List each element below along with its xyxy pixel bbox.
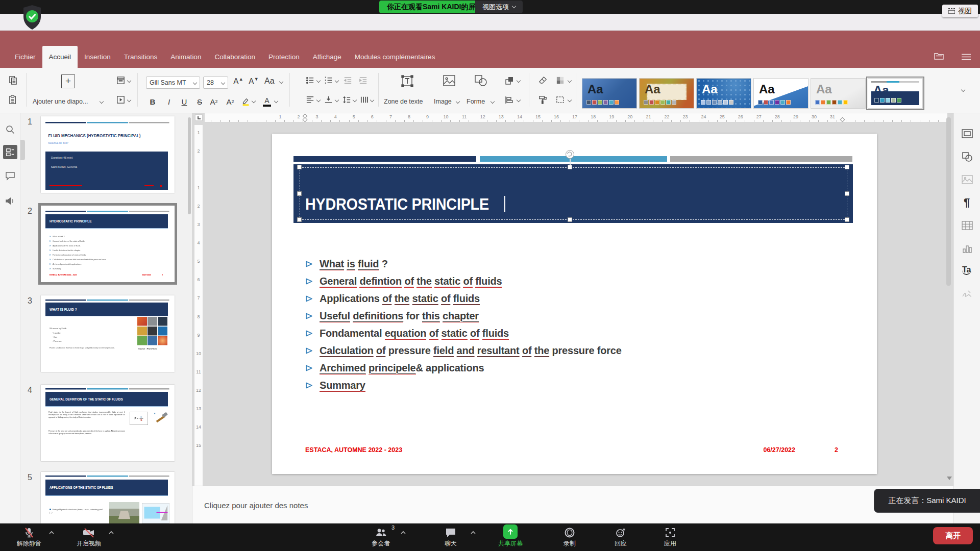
numbering-button[interactable]: [324, 76, 333, 85]
add-slide-button[interactable]: +: [61, 74, 75, 88]
menu-tab-modules-compl-mentaires[interactable]: Modules complémentaires: [348, 46, 442, 68]
menu-tab-animation[interactable]: Animation: [164, 46, 208, 68]
insert-textbox-button[interactable]: [400, 74, 414, 88]
font-size-select[interactable]: 28: [203, 77, 228, 89]
leave-meeting-button[interactable]: 离开: [933, 527, 973, 544]
line-spacing-button[interactable]: [342, 95, 352, 105]
slides-panel-icon[interactable]: [3, 145, 17, 159]
insert-shape-label[interactable]: Forme: [467, 98, 485, 105]
menu-tab-fichier[interactable]: Fichier: [8, 46, 42, 68]
decrease-indent-button[interactable]: [343, 76, 353, 85]
superscript-button[interactable]: A2: [207, 95, 220, 108]
copy-button[interactable]: [8, 76, 18, 85]
resize-handle[interactable]: [297, 217, 302, 222]
resize-handle[interactable]: [845, 165, 849, 169]
slide-thumbnail-1[interactable]: FLUID MECHANICS (HYDROSTATIC PRINCIPAL) …: [41, 116, 175, 193]
resize-handle[interactable]: [568, 217, 572, 222]
copy-style-button[interactable]: [538, 95, 548, 105]
tab-stop-selector[interactable]: [195, 114, 203, 121]
zoom-apps-button[interactable]: 应用: [664, 525, 676, 548]
font-family-select[interactable]: Gill Sans MT: [146, 77, 200, 89]
menu-tab-affichage[interactable]: Affichage: [306, 46, 348, 68]
slide-thumbnail-2[interactable]: HYDROSTATIC PRINCIPLE What is fluid ?Gen…: [41, 206, 175, 282]
resize-handle[interactable]: [297, 165, 302, 169]
notes-placeholder[interactable]: Cliquez pour ajouter des notes: [204, 501, 308, 510]
zoom-participants-button[interactable]: 3参会者: [372, 525, 390, 548]
zoom-record-button[interactable]: 录制: [564, 525, 576, 548]
search-icon[interactable]: [5, 124, 15, 135]
scroll-down-icon[interactable]: [947, 477, 952, 480]
resize-handle[interactable]: [845, 191, 849, 196]
chevron-up-icon[interactable]: [48, 531, 55, 535]
chevron-down-icon[interactable]: [961, 88, 965, 92]
start-slideshow-button[interactable]: [116, 95, 126, 105]
slide-bullet-list[interactable]: What is fluid ?General defintion of the …: [305, 255, 622, 394]
bold-button[interactable]: B: [146, 95, 159, 108]
font-color-button[interactable]: A: [260, 95, 274, 108]
theme-paper-stamp[interactable]: Aa: [639, 78, 694, 109]
chevron-up-icon[interactable]: [470, 531, 476, 535]
bullet-line[interactable]: General defintion of the static of fluid…: [305, 272, 622, 290]
slide-size-button[interactable]: [555, 95, 565, 105]
highlight-color-button[interactable]: [239, 95, 252, 108]
table-settings-icon[interactable]: [962, 220, 973, 231]
theme-blue-wave[interactable]: Aa: [582, 78, 637, 109]
rotate-handle[interactable]: [566, 150, 574, 159]
insert-shape-button[interactable]: [474, 74, 488, 87]
italic-button[interactable]: I: [162, 95, 176, 108]
vertical-align-button[interactable]: [324, 95, 333, 105]
paste-button[interactable]: [8, 95, 18, 105]
shield-check-icon[interactable]: [20, 4, 44, 31]
change-case-button[interactable]: Aa: [264, 77, 275, 86]
zoom-mic-muted-button[interactable]: 解除静音: [17, 525, 41, 548]
bullet-line[interactable]: Applications of the static of fluids: [305, 290, 622, 307]
view-button[interactable]: 视图: [942, 5, 978, 17]
theme-light-gray[interactable]: Aa: [811, 78, 866, 109]
slide-editing-area[interactable]: HYDROSTATIC PRINCIPLE What is fluid ?Gen…: [272, 134, 877, 474]
slide-thumbnail-3[interactable]: WHAT IS FLUID ? We mean by Fluid : • Liq…: [41, 295, 175, 372]
underline-button[interactable]: U: [178, 95, 191, 108]
theme-white-wave[interactable]: Aa: [753, 78, 808, 109]
resize-handle[interactable]: [845, 217, 849, 222]
menu-tab-accueil[interactable]: Accueil: [42, 46, 78, 68]
comments-icon[interactable]: [5, 171, 15, 181]
chevron-up-icon[interactable]: [108, 531, 114, 535]
bullet-line[interactable]: Fondamental equation of static of fluids: [305, 324, 622, 342]
subscript-button[interactable]: A2: [224, 95, 237, 108]
arrange-shape-button[interactable]: [504, 76, 514, 86]
right-indent-marker[interactable]: [840, 117, 845, 122]
increase-font-button[interactable]: A▲: [233, 77, 243, 86]
signature-icon[interactable]: [962, 289, 973, 299]
feedback-icon[interactable]: [5, 196, 15, 206]
columns-button[interactable]: [359, 95, 369, 105]
view-options-button[interactable]: 视图选项: [475, 1, 523, 13]
slide-thumbnail-4[interactable]: GENERAL DEFINTION OF THE STATIC OF FLUID…: [41, 385, 175, 461]
title-textbox[interactable]: HYDROSTATIC PRINCIPLE: [293, 164, 853, 223]
zoom-reactions-button[interactable]: 回应: [615, 525, 627, 548]
bullet-line[interactable]: Summary: [305, 377, 622, 394]
menu-tab-collaboration[interactable]: Collaboration: [208, 46, 262, 68]
theme-dotted-blue[interactable]: Aa: [696, 78, 751, 109]
clear-style-button[interactable]: [538, 76, 548, 85]
bullet-line[interactable]: Archimed principele& applications: [305, 359, 622, 377]
theme-navy-block[interactable]: Aa: [868, 78, 923, 109]
align-shape-button[interactable]: [504, 95, 514, 105]
bullets-button[interactable]: [305, 76, 315, 85]
strikethrough-button[interactable]: S: [193, 95, 206, 108]
color-scheme-button[interactable]: [555, 76, 565, 85]
slide-settings-icon[interactable]: [962, 129, 973, 139]
menu-tab-transitions[interactable]: Transitions: [117, 46, 164, 68]
chart-settings-icon[interactable]: [962, 243, 973, 254]
bullet-line[interactable]: What is fluid ?: [305, 255, 622, 272]
insert-image-label[interactable]: Image: [434, 98, 452, 105]
decrease-font-button[interactable]: A▼: [249, 77, 259, 86]
chevron-up-icon[interactable]: [400, 531, 406, 535]
slide-title-text[interactable]: HYDROSTATIC PRINCIPLE: [305, 195, 489, 214]
menu-tab-insertion[interactable]: Insertion: [78, 46, 117, 68]
slide-thumbnail-5[interactable]: APPLICATIONS OF THE STATIC OF FLUIDS Siz…: [41, 472, 175, 523]
notes-area[interactable]: Cliquez pour ajouter des notes: [192, 486, 953, 523]
increase-indent-button[interactable]: [358, 76, 368, 85]
zoom-chat-button[interactable]: 聊天: [445, 525, 457, 548]
add-slide-label[interactable]: Ajouter une diapo...: [33, 98, 88, 105]
panel-scrollbar[interactable]: [188, 117, 191, 214]
